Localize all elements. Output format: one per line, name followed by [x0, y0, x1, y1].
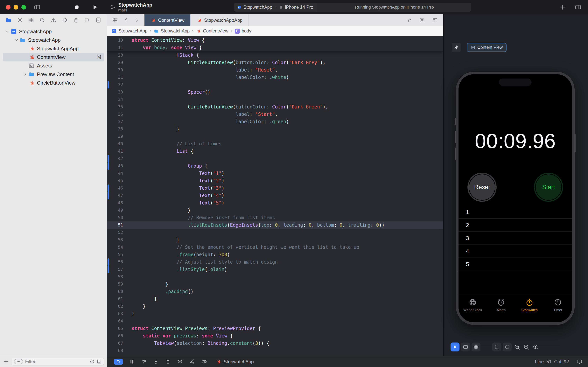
- close-window-button[interactable]: [6, 5, 10, 9]
- ios-tab-timer[interactable]: Timer: [544, 298, 572, 322]
- environment-overrides-icon[interactable]: [201, 359, 207, 365]
- code-line-55[interactable]: 55 .frame(height: 300): [107, 251, 443, 258]
- breadcrumb-stopwatchapp[interactable]: StopwatchApp: [154, 28, 190, 34]
- preview-on-device-button[interactable]: [461, 342, 470, 351]
- code-line-39[interactable]: 39: [107, 133, 443, 140]
- pin-preview-button[interactable]: [452, 43, 461, 52]
- minimize-window-button[interactable]: [14, 5, 18, 9]
- code-line-32[interactable]: 32: [107, 81, 443, 88]
- code-line-48[interactable]: 48 Text("5"): [107, 199, 443, 207]
- code-line-29[interactable]: 29 CircleButtonView(buttonColor: Color("…: [107, 59, 443, 66]
- source-editor[interactable]: 10struct ContentView: View {11 var body:…: [107, 36, 443, 356]
- code-line-41[interactable]: 41 List {: [107, 148, 443, 155]
- disclosure-down-icon[interactable]: [14, 37, 19, 43]
- step-over-icon[interactable]: [141, 359, 147, 365]
- memory-graph-icon[interactable]: [189, 359, 195, 365]
- navigator-tests-icon[interactable]: [62, 17, 68, 23]
- code-line-45[interactable]: 45 Text("2"): [107, 177, 443, 184]
- live-preview-button[interactable]: [451, 342, 460, 351]
- code-line-47[interactable]: 47 Text("4"): [107, 192, 443, 199]
- code-line-30[interactable]: 30 label: "Reset",: [107, 66, 443, 74]
- code-line-62[interactable]: 62 }: [107, 303, 443, 310]
- stop-button[interactable]: [74, 4, 80, 10]
- navigator-reports-icon[interactable]: [95, 17, 101, 23]
- ios-tab-stopwatch[interactable]: Stopwatch: [515, 298, 544, 322]
- code-line-40[interactable]: 40 // List of times: [107, 140, 443, 148]
- tree-item-stopwatchappapp[interactable]: StopwatchAppApp: [3, 44, 104, 53]
- code-line-11[interactable]: 11 var body: some View {: [107, 44, 443, 51]
- ios-tab-world-clock[interactable]: World Clock: [459, 298, 487, 322]
- add-editor-icon[interactable]: [432, 17, 438, 23]
- code-line-37[interactable]: 37 labelColor: .green): [107, 118, 443, 125]
- code-line-63[interactable]: 63}: [107, 310, 443, 317]
- tree-item-preview-content[interactable]: Preview Content: [3, 70, 104, 79]
- device-settings-button[interactable]: [492, 342, 501, 351]
- display-icon[interactable]: [576, 359, 583, 365]
- library-button[interactable]: [559, 4, 566, 10]
- related-items-icon[interactable]: [112, 17, 118, 23]
- code-line-66[interactable]: 66 static var previews: some View {: [107, 332, 443, 340]
- preview-info-button[interactable]: [503, 342, 512, 351]
- toggle-inspectors-icon[interactable]: [575, 4, 581, 10]
- code-line-54[interactable]: 54 // Set the amount of vertical height …: [107, 243, 443, 251]
- code-line-34[interactable]: 34: [107, 96, 443, 103]
- start-button[interactable]: Start: [534, 173, 563, 202]
- zoom-in-icon[interactable]: [532, 343, 540, 351]
- code-line-53[interactable]: 53 }: [107, 236, 443, 243]
- filter-scope-toggle[interactable]: [14, 359, 23, 364]
- variants-button[interactable]: [471, 342, 480, 351]
- code-line-67[interactable]: 67 TabView(selection: Binding.constant(3…: [107, 340, 443, 347]
- zoom-out-icon[interactable]: [513, 343, 521, 351]
- ios-tab-alarm[interactable]: Alarm: [487, 298, 515, 322]
- go-forward-icon[interactable]: [134, 17, 140, 23]
- code-line-59[interactable]: 59 }: [107, 281, 443, 288]
- activity-view[interactable]: Running StopwatchApp on iPhone 14 Pro: [317, 3, 471, 12]
- reset-button[interactable]: Reset: [467, 173, 497, 202]
- tree-item-assets[interactable]: Assets: [3, 61, 104, 70]
- code-line-46[interactable]: 46 Text("3"): [107, 184, 443, 192]
- view-hierarchy-icon[interactable]: [177, 359, 183, 365]
- code-review-icon[interactable]: [406, 17, 412, 23]
- code-line-56[interactable]: 56 // Adjust list style to match design: [107, 258, 443, 266]
- navigator-source-control-icon[interactable]: [17, 17, 23, 23]
- code-line-49[interactable]: 49 }: [107, 207, 443, 214]
- step-into-icon[interactable]: [153, 359, 159, 365]
- navigator-find-icon[interactable]: [39, 17, 45, 23]
- code-line-57[interactable]: 57 .listStyle(.plain): [107, 266, 443, 273]
- breadcrumb-contentview[interactable]: ContentView: [196, 28, 228, 34]
- code-line-44[interactable]: 44 Text("1"): [107, 170, 443, 177]
- tab-ContentView[interactable]: ContentView: [144, 14, 191, 26]
- tab-StopwatchAppApp[interactable]: StopwatchAppApp: [191, 14, 249, 26]
- breadcrumb-body[interactable]: Pbody: [235, 28, 252, 34]
- code-line-38[interactable]: 38 }: [107, 125, 443, 133]
- code-line-65[interactable]: 65struct ContentView_Previews: PreviewPr…: [107, 325, 443, 332]
- code-line-43[interactable]: 43 Group {: [107, 162, 443, 170]
- step-out-icon[interactable]: [165, 359, 171, 365]
- scheme-selector[interactable]: StopwatchApp iPhone 14 Pro: [234, 3, 317, 12]
- run-button[interactable]: [92, 4, 98, 10]
- source-control-filter-icon[interactable]: [97, 359, 102, 364]
- iphone-preview[interactable]: 00:09.96 Reset Start 12345 World ClockAl…: [456, 72, 575, 325]
- code-line-10[interactable]: 10struct ContentView: View {: [107, 37, 443, 44]
- toggle-navigator-icon[interactable]: [34, 4, 41, 10]
- disclosure-right-icon[interactable]: [23, 72, 28, 77]
- navigator-issues-icon[interactable]: [50, 17, 57, 23]
- fullscreen-window-button[interactable]: [21, 5, 26, 9]
- code-line-60[interactable]: 60 .padding(): [107, 288, 443, 295]
- code-line-51[interactable]: 51 .listRowInsets(EdgeInsets(top: 0, lea…: [107, 221, 443, 229]
- code-line-61[interactable]: 61 }: [107, 295, 443, 303]
- tree-item-stopwatchapp[interactable]: StopwatchApp: [3, 36, 104, 44]
- tree-item-stopwatchapp[interactable]: StopwatchApp: [3, 27, 104, 36]
- code-line-52[interactable]: 52: [107, 229, 443, 236]
- code-line-36[interactable]: 36 label: "Start",: [107, 111, 443, 118]
- navigator-breakpoints-icon[interactable]: [84, 17, 90, 23]
- code-line-31[interactable]: 31 labelColor: .white): [107, 74, 443, 81]
- add-file-button[interactable]: [3, 359, 9, 365]
- editor-options-icon[interactable]: [419, 17, 425, 23]
- code-line-28[interactable]: 28 HStack {: [107, 51, 443, 59]
- zoom-to-fit-icon[interactable]: [522, 343, 530, 351]
- filter-field[interactable]: Filter: [12, 358, 104, 366]
- code-line-68[interactable]: 68: [107, 347, 443, 354]
- disclosure-down-icon[interactable]: [5, 29, 10, 34]
- code-line-33[interactable]: 33 Spacer(): [107, 88, 443, 96]
